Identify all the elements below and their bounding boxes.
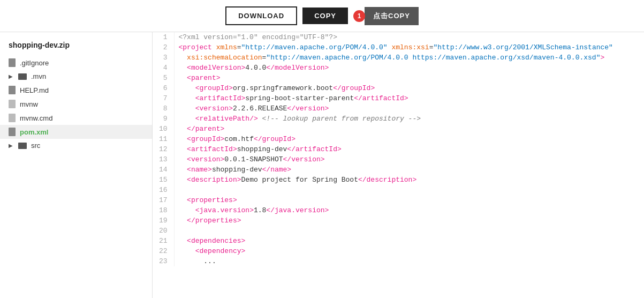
line-code: <parent> — [174, 73, 644, 83]
line-code: <project xmlns="http://maven.apache.org/… — [174, 42, 644, 53]
line-number: 2 — [153, 42, 174, 53]
sidebar-item-helpmd[interactable]: HELP.md — [0, 83, 152, 97]
line-number: 11 — [153, 134, 174, 144]
table-row: 8 <version>2.2.6.RELEASE</version> — [153, 103, 644, 114]
table-row: 10 </parent> — [153, 124, 644, 134]
table-row: 1<?xml version="1.0" encoding="UTF-8"?> — [153, 32, 644, 42]
table-row: 6 <groupId>org.springframework.boot</gro… — [153, 83, 644, 93]
table-row: 18 <java.version>1.8</java.version> — [153, 205, 644, 215]
sidebar-item-label: .gitIgnore — [20, 59, 49, 67]
table-row: 17 <properties> — [153, 195, 644, 205]
line-number: 15 — [153, 175, 174, 185]
line-number: 12 — [153, 144, 174, 154]
line-code: <groupId>org.springframework.boot</group… — [174, 83, 644, 93]
line-code: <artifactId>spring-boot-starter-parent</… — [174, 93, 644, 103]
table-row: 3 xsi:schemaLocation="http://maven.apach… — [153, 53, 644, 63]
folder-icon — [18, 73, 27, 80]
line-number: 13 — [153, 154, 174, 165]
line-code: xsi:schemaLocation="http://maven.apache.… — [174, 53, 644, 63]
click-copy-button[interactable]: 点击COPY — [365, 7, 419, 25]
line-code — [174, 185, 644, 195]
line-code: <relativePath/> <!-- lookup parent from … — [174, 114, 644, 124]
table-row: 12 <artifactId>shopping-dev</artifactId> — [153, 144, 644, 154]
chevron-down-icon: ▶ — [9, 73, 13, 79]
line-number: 19 — [153, 215, 174, 226]
sidebar-item-label: mvnw.cmd — [20, 114, 52, 122]
line-number: 6 — [153, 83, 174, 93]
table-row: 4 <modelVersion>4.0.0</modelVersion> — [153, 63, 644, 73]
line-number: 16 — [153, 185, 174, 195]
badge-copy-container: 1 点击COPY — [353, 7, 419, 25]
line-number: 21 — [153, 236, 174, 246]
table-row: 20 — [153, 226, 644, 236]
file-icon — [9, 128, 16, 136]
line-code: <properties> — [174, 195, 644, 205]
sidebar-item-label: src — [31, 141, 40, 150]
main-area: shopping-dev.zip .gitIgnore ▶ .mvn HELP.… — [0, 32, 644, 298]
table-row: 11 <groupId>com.htf</groupId> — [153, 134, 644, 144]
line-number: 10 — [153, 124, 174, 134]
line-number: 18 — [153, 205, 174, 215]
sidebar-item-mvnw[interactable]: mvnw — [0, 97, 152, 111]
table-row: 21 <dependencies> — [153, 236, 644, 246]
line-code: <?xml version="1.0" encoding="UTF-8"?> — [174, 32, 644, 42]
line-number: 9 — [153, 114, 174, 124]
table-row: 19 </properties> — [153, 215, 644, 226]
line-number: 7 — [153, 93, 174, 103]
line-number: 1 — [153, 32, 174, 42]
line-number: 8 — [153, 103, 174, 114]
line-code: <version>2.2.6.RELEASE</version> — [174, 103, 644, 114]
line-code: <description>Demo project for Spring Boo… — [174, 175, 644, 185]
sidebar-item-label: mvnw — [20, 100, 38, 108]
sidebar-item-mvn[interactable]: ▶ .mvn — [0, 70, 152, 83]
line-code: </parent> — [174, 124, 644, 134]
sidebar-title: shopping-dev.zip — [0, 39, 152, 56]
line-code: <version>0.0.1-SNAPSHOT</version> — [174, 154, 644, 165]
table-row: 23 ... — [153, 256, 644, 266]
line-code: <dependencies> — [174, 236, 644, 246]
line-number: 20 — [153, 226, 174, 236]
line-number: 22 — [153, 246, 174, 256]
toolbar: DOWNLOAD COPY 1 点击COPY — [0, 0, 644, 32]
line-number: 4 — [153, 63, 174, 73]
table-row: 16 — [153, 185, 644, 195]
table-row: 2<project xmlns="http://maven.apache.org… — [153, 42, 644, 53]
copy-button[interactable]: COPY — [302, 8, 348, 24]
line-number: 17 — [153, 195, 174, 205]
line-code: <name>shopping-dev</name> — [174, 165, 644, 175]
line-code: </properties> — [174, 215, 644, 226]
sidebar-item-mvnw-cmd[interactable]: mvnw.cmd — [0, 111, 152, 125]
folder-icon — [18, 143, 27, 149]
sidebar: shopping-dev.zip .gitIgnore ▶ .mvn HELP.… — [0, 32, 153, 298]
line-code: <dependency> — [174, 246, 644, 256]
line-code: <groupId>com.htf</groupId> — [174, 134, 644, 144]
line-number: 14 — [153, 165, 174, 175]
sidebar-item-label: HELP.md — [20, 86, 49, 94]
file-icon — [9, 100, 16, 108]
sidebar-item-src[interactable]: ▶ src — [0, 139, 152, 152]
table-row: 15 <description>Demo project for Spring … — [153, 175, 644, 185]
line-number: 3 — [153, 53, 174, 63]
table-row: 7 <artifactId>spring-boot-starter-parent… — [153, 93, 644, 103]
sidebar-item-gitignore[interactable]: .gitIgnore — [0, 56, 152, 70]
line-code: <modelVersion>4.0.0</modelVersion> — [174, 63, 644, 73]
file-icon — [9, 58, 16, 67]
chevron-right-icon: ▶ — [9, 143, 13, 148]
sidebar-item-label: pom.xml — [20, 128, 48, 136]
file-icon — [9, 86, 16, 94]
table-row: 13 <version>0.0.1-SNAPSHOT</version> — [153, 154, 644, 165]
table-row: 14 <name>shopping-dev</name> — [153, 165, 644, 175]
line-code: <artifactId>shopping-dev</artifactId> — [174, 144, 644, 154]
code-table: 1<?xml version="1.0" encoding="UTF-8"?>2… — [153, 32, 644, 266]
sidebar-item-pom-xml[interactable]: pom.xml — [0, 125, 152, 139]
line-number: 5 — [153, 73, 174, 83]
table-row: 9 <relativePath/> <!-- lookup parent fro… — [153, 114, 644, 124]
line-code: ... — [174, 256, 644, 266]
code-area[interactable]: 1<?xml version="1.0" encoding="UTF-8"?>2… — [153, 32, 644, 298]
line-number: 23 — [153, 256, 174, 266]
badge-count: 1 — [353, 10, 365, 22]
table-row: 5 <parent> — [153, 73, 644, 83]
file-icon — [9, 114, 16, 122]
line-code — [174, 226, 644, 236]
download-button[interactable]: DOWNLOAD — [225, 6, 297, 25]
